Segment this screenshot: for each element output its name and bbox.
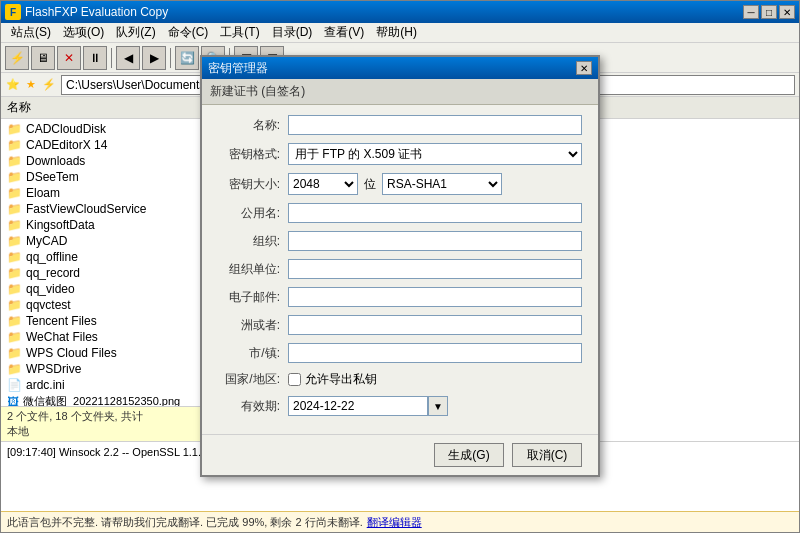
list-item[interactable]: 📁DSeeTem xyxy=(1,169,200,185)
locality-input[interactable] xyxy=(288,315,582,335)
menu-item-zhangdian[interactable]: 站点(S) xyxy=(5,22,57,43)
bit-label: 位 xyxy=(364,176,376,193)
folder-icon: 📁 xyxy=(7,330,22,344)
file-status-local: 本地 xyxy=(7,425,29,437)
folder-icon: 📁 xyxy=(7,282,22,296)
form-row-expiry: 有效期: ▼ xyxy=(218,396,582,416)
export-checkbox-label[interactable]: 允许导出私钥 xyxy=(288,371,377,388)
cert-section-title: 新建证书 (自签名) xyxy=(202,79,598,105)
bookmark-icon: ★ xyxy=(23,77,39,93)
title-bar: F FlashFXP Evaluation Copy ─ □ ✕ xyxy=(1,1,799,23)
toolbar-abort[interactable]: ✕ xyxy=(57,46,81,70)
key-format-label: 密钥格式: xyxy=(218,146,288,163)
dialog-close-button[interactable]: ✕ xyxy=(576,61,592,75)
folder-icon: 📁 xyxy=(7,314,22,328)
expiry-input[interactable] xyxy=(288,396,428,416)
list-item[interactable]: 📁Tencent Files xyxy=(1,313,200,329)
file-name: WeChat Files xyxy=(26,330,98,344)
menu-item-duilie[interactable]: 队列(Z) xyxy=(110,22,161,43)
locality-label: 洲或者: xyxy=(218,317,288,334)
export-checkbox[interactable] xyxy=(288,373,301,386)
list-item[interactable]: 📁WPSDrive xyxy=(1,361,200,377)
file-name: WPSDrive xyxy=(26,362,81,376)
file-name: qq_video xyxy=(26,282,75,296)
email-input[interactable] xyxy=(288,287,582,307)
city-input[interactable] xyxy=(288,343,582,363)
list-item[interactable]: 📁CADEditorX 14 xyxy=(1,137,200,153)
folder-icon: 📁 xyxy=(7,266,22,280)
list-item[interactable]: 📁qq_video xyxy=(1,281,200,297)
list-item[interactable]: 📁CADCloudDisk xyxy=(1,121,200,137)
algo-select[interactable]: RSA-SHA1 RSA-SHA256 xyxy=(382,173,502,195)
list-item[interactable]: 📁Eloam xyxy=(1,185,200,201)
dialog-buttons: 生成(G) 取消(C) xyxy=(202,434,598,475)
maximize-button[interactable]: □ xyxy=(761,5,777,19)
left-panel: 名称 📁CADCloudDisk 📁CADEditorX 14 📁Downloa… xyxy=(1,97,201,441)
form-row-locality: 洲或者: xyxy=(218,315,582,335)
toolbar-next[interactable]: ▶ xyxy=(142,46,166,70)
menu-item-chakan[interactable]: 查看(V) xyxy=(318,22,370,43)
cancel-button[interactable]: 取消(C) xyxy=(512,443,582,467)
date-picker-button[interactable]: ▼ xyxy=(428,396,448,416)
close-button[interactable]: ✕ xyxy=(779,5,795,19)
form-row-orgunit: 组织单位: xyxy=(218,259,582,279)
name-input[interactable] xyxy=(288,115,582,135)
org-input[interactable] xyxy=(288,231,582,251)
file-name: CADCloudDisk xyxy=(26,122,106,136)
list-item[interactable]: 📁WPS Cloud Files xyxy=(1,345,200,361)
city-label: 市/镇: xyxy=(218,345,288,362)
toolbar-prev[interactable]: ◀ xyxy=(116,46,140,70)
menu-item-mingling[interactable]: 命令(C) xyxy=(162,22,215,43)
file-status-text: 2 个文件, 18 个文件夹, 共计 xyxy=(7,410,143,422)
minimize-button[interactable]: ─ xyxy=(743,5,759,19)
list-item[interactable]: 📁KingsoftData xyxy=(1,217,200,233)
list-item[interactable]: 📁qq_offline xyxy=(1,249,200,265)
org-unit-input[interactable] xyxy=(288,259,582,279)
menu-item-bangzhu[interactable]: 帮助(H) xyxy=(370,22,423,43)
key-format-select[interactable]: 用于 FTP 的 X.509 证书 xyxy=(288,143,582,165)
menu-item-gongju[interactable]: 工具(T) xyxy=(214,22,265,43)
form-row-keyformat: 密钥格式: 用于 FTP 的 X.509 证书 xyxy=(218,143,582,165)
menu-item-mulu[interactable]: 目录(D) xyxy=(266,22,319,43)
list-item[interactable]: 📁MyCAD xyxy=(1,233,200,249)
translate-editor-link[interactable]: 翻译编辑器 xyxy=(367,514,422,530)
file-name: DSeeTem xyxy=(26,170,79,184)
list-item[interactable]: 📁Downloads xyxy=(1,153,200,169)
file-name: qq_record xyxy=(26,266,80,280)
form-row-commonname: 公用名: xyxy=(218,203,582,223)
file-name: 微信截图_20221128152350.png xyxy=(23,394,180,406)
file-name: KingsoftData xyxy=(26,218,95,232)
list-item[interactable]: 📄ardc.ini xyxy=(1,377,200,393)
key-size-select[interactable]: 2048 1024 4096 xyxy=(288,173,358,195)
file-name: FastViewCloudService xyxy=(26,202,147,216)
folder-icon: 📁 xyxy=(7,202,22,216)
org-label: 组织: xyxy=(218,233,288,250)
name-label: 名称: xyxy=(218,117,288,134)
toolbar-connect[interactable]: ⚡ xyxy=(5,46,29,70)
list-item[interactable]: 📁WeChat Files xyxy=(1,329,200,345)
toolbar-pause[interactable]: ⏸ xyxy=(83,46,107,70)
file-name: Downloads xyxy=(26,154,85,168)
file-name: Tencent Files xyxy=(26,314,97,328)
folder-icon: 📁 xyxy=(7,154,22,168)
menu-item-xuanxiang[interactable]: 选项(O) xyxy=(57,22,110,43)
list-item[interactable]: 📁FastViewCloudService xyxy=(1,201,200,217)
list-item[interactable]: 🖼微信截图_20221128152350.png xyxy=(1,393,200,406)
email-label: 电子邮件: xyxy=(218,289,288,306)
list-item[interactable]: 📁qq_record xyxy=(1,265,200,281)
form-row-country: 国家/地区: 允许导出私钥 xyxy=(218,371,582,388)
list-item[interactable]: 📁qqvctest xyxy=(1,297,200,313)
file-name: MyCAD xyxy=(26,234,67,248)
file-icon: 📄 xyxy=(7,378,22,392)
toolbar-refresh[interactable]: 🔄 xyxy=(175,46,199,70)
file-name: CADEditorX 14 xyxy=(26,138,107,152)
generate-button[interactable]: 生成(G) xyxy=(434,443,504,467)
toolbar-disconnect[interactable]: 🖥 xyxy=(31,46,55,70)
key-size-row: 2048 1024 4096 位 RSA-SHA1 RSA-SHA256 xyxy=(288,173,502,195)
app-title: FlashFXP Evaluation Copy xyxy=(25,5,168,19)
file-name: WPS Cloud Files xyxy=(26,346,117,360)
form-row-email: 电子邮件: xyxy=(218,287,582,307)
common-name-input[interactable] xyxy=(288,203,582,223)
menu-bar: 站点(S) 选项(O) 队列(Z) 命令(C) 工具(T) 目录(D) 查看(V… xyxy=(1,23,799,43)
key-size-label: 密钥大小: xyxy=(218,176,288,193)
